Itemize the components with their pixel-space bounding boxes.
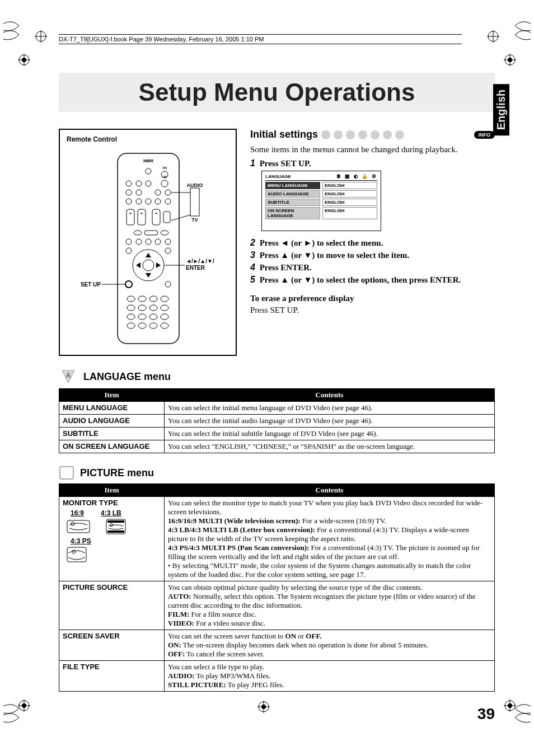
svg-point-54 <box>161 231 168 235</box>
svg-point-95 <box>138 323 146 328</box>
svg-point-68 <box>125 281 132 288</box>
svg-point-60 <box>126 248 132 253</box>
info-badge: INFO <box>474 131 495 139</box>
remote-svg: MBR ON ON <box>75 143 221 350</box>
svg-rect-53 <box>144 231 158 235</box>
step-5: 5 Press ▲ (or ▼) to select the options, … <box>250 275 495 285</box>
svg-text:9: 9 <box>130 316 132 319</box>
svg-rect-111 <box>107 530 124 533</box>
label-tv: TV <box>191 217 198 223</box>
svg-point-84 <box>161 305 168 311</box>
svg-point-80 <box>138 305 146 311</box>
language-tab: English <box>493 84 509 135</box>
svg-point-33 <box>146 181 151 186</box>
col-contents: Contents <box>165 389 495 402</box>
svg-point-31 <box>126 181 132 186</box>
page-title: Setup Menu Operations <box>59 73 495 112</box>
svg-point-59 <box>165 239 171 245</box>
svg-point-41 <box>136 199 142 204</box>
label-enter: ENTER <box>186 265 205 271</box>
svg-text:A: A <box>66 372 71 379</box>
dot-icon <box>334 130 343 139</box>
picture-menu-icon <box>59 466 74 480</box>
subitem-43lb: 4:3 LB <box>101 509 121 517</box>
osd-row: ON SCREEN LANGUAGE ENGLISH <box>265 207 377 219</box>
table-row: AUDIO LANGUAGE You can select the initia… <box>59 415 495 428</box>
initial-settings-note: Some items in the menus cannot be change… <box>250 144 495 155</box>
svg-text:MBR: MBR <box>143 158 153 163</box>
svg-text:ON: ON <box>162 175 167 179</box>
svg-point-34 <box>161 180 168 187</box>
svg-text:5: 5 <box>130 307 132 310</box>
erase-heading: To erase a preference display <box>250 294 354 303</box>
svg-point-61 <box>165 248 171 253</box>
monitor-16-9-icon <box>66 518 91 535</box>
svg-point-63 <box>143 260 154 271</box>
step-3: 3 Press ▲ (or ▼) to move to select the i… <box>250 250 495 260</box>
svg-text:+: + <box>155 212 157 215</box>
label-audio: AUDIO <box>187 182 203 188</box>
svg-point-39 <box>165 190 171 195</box>
col-item: Item <box>59 484 165 497</box>
osd-row: MENU LANGUAGE ENGLISH <box>265 182 377 189</box>
svg-text:6: 6 <box>141 307 143 310</box>
osd-tab-icons: 🗎 ▦ ◐ 🔒 ⚙ <box>336 173 377 179</box>
svg-rect-101 <box>190 188 199 216</box>
svg-marker-64 <box>146 253 151 257</box>
svg-text:7: 7 <box>152 307 154 310</box>
svg-text:4: 4 <box>163 298 166 301</box>
dot-icon <box>321 130 330 139</box>
language-menu-icon: A <box>59 368 78 385</box>
svg-text:+10: +10 <box>162 316 167 319</box>
svg-point-114 <box>72 550 76 553</box>
picture-menu-heading: PICTURE menu <box>59 466 495 480</box>
svg-text:0: 0 <box>152 316 154 319</box>
svg-point-90 <box>149 314 157 320</box>
remote-control-illustration: Remote Control MBR ON ON <box>59 129 237 356</box>
subitem-16-9: 16:9 <box>71 509 84 517</box>
svg-point-98 <box>161 323 168 328</box>
table-row: ON SCREEN LANGUAGE You can select "ENGLI… <box>59 440 495 453</box>
dot-icon <box>346 130 355 139</box>
col-contents: Contents <box>165 484 495 497</box>
dot-icon <box>395 130 404 139</box>
svg-text:100: 100 <box>140 325 145 328</box>
svg-point-36 <box>126 190 132 195</box>
svg-point-32 <box>136 181 142 186</box>
svg-point-86 <box>127 314 135 320</box>
svg-point-74 <box>149 296 157 302</box>
monitor-type-contents: You can select the monitor type to match… <box>165 497 495 581</box>
step-4: 4 Press ENTER. <box>250 262 495 273</box>
label-nav: ◄/►/▲/▼/ <box>186 258 214 264</box>
osd-row: SUBTITLE ENGLISH <box>265 199 377 206</box>
svg-text:+: + <box>140 212 143 215</box>
screen-saver-contents: You can set the screen saver function to… <box>165 630 495 661</box>
file-type-contents: You can select a file type to play.AUDIO… <box>165 661 495 692</box>
svg-point-58 <box>155 239 161 245</box>
svg-point-38 <box>155 190 161 195</box>
svg-rect-107 <box>67 520 90 533</box>
svg-point-76 <box>161 296 168 302</box>
svg-point-88 <box>138 314 146 320</box>
svg-point-94 <box>127 323 135 328</box>
svg-point-44 <box>165 199 171 204</box>
table-row: MENU LANGUAGE You can select the initial… <box>59 402 495 415</box>
svg-rect-106 <box>60 467 73 479</box>
svg-point-97 <box>149 323 157 328</box>
svg-point-56 <box>136 239 142 245</box>
subitem-43ps: 4:3 PS <box>71 537 91 545</box>
book-header: DX-T7_T9[UGUX]-f.book Page 39 Wednesday,… <box>59 33 462 45</box>
svg-point-40 <box>126 199 132 204</box>
svg-point-57 <box>146 239 151 245</box>
svg-text:1: 1 <box>130 298 132 301</box>
picture-source-contents: You can obtain optimal picture quality b… <box>165 581 495 630</box>
svg-text:ON: ON <box>162 166 167 170</box>
svg-text:2: 2 <box>141 298 143 301</box>
svg-point-72 <box>138 296 146 302</box>
step-2: 2 Press ◄ (or ►) to select the menu. <box>250 238 495 248</box>
table-row: SUBTITLE You can select the initial subt… <box>59 428 495 440</box>
label-setup: SET UP <box>81 281 101 288</box>
table-row: SCREEN SAVER You can set the screen save… <box>59 630 495 661</box>
svg-point-28 <box>146 168 151 174</box>
dot-icon <box>383 130 392 139</box>
